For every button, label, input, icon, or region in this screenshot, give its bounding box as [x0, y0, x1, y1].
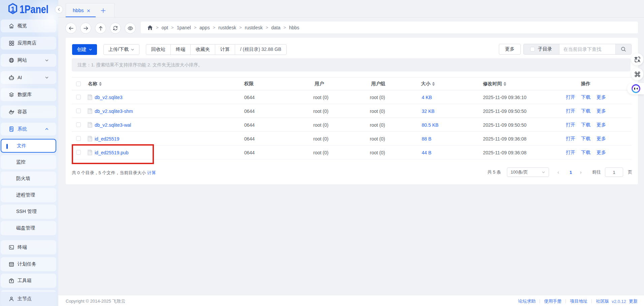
- svg-text:1Panel: 1Panel: [20, 3, 49, 16]
- svg-text:1: 1: [11, 5, 15, 13]
